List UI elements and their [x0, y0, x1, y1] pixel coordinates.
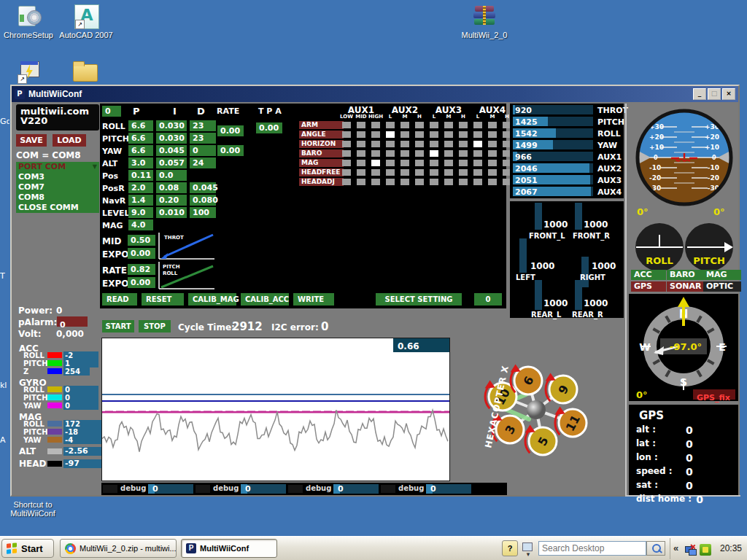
aux-checkbox[interactable]	[459, 131, 468, 138]
aux-checkbox[interactable]	[371, 179, 380, 185]
aux-checkbox[interactable]	[488, 179, 497, 185]
aux-checkbox[interactable]	[473, 179, 482, 185]
aux-checkbox[interactable]	[459, 179, 468, 185]
aux-checkbox[interactable]	[430, 150, 438, 157]
aux-checkbox[interactable]	[357, 141, 365, 147]
aux-checkbox[interactable]	[357, 179, 365, 185]
profile-selector[interactable]: 0	[102, 106, 121, 117]
mid-field[interactable]: 0.50	[128, 235, 155, 246]
aux-checkbox[interactable]	[430, 122, 438, 128]
aux-checkbox[interactable]	[444, 179, 453, 185]
taskbar-task-multiwiiconf[interactable]: P MultiWiiConf	[181, 539, 277, 558]
pid-i-field[interactable]: 0.045	[156, 145, 187, 156]
desktop-shortcut-label[interactable]: Shortcut to MultiWiiConf	[3, 500, 63, 518]
calib-acc-button[interactable]: CALIB_ACC	[241, 293, 289, 306]
aux-checkbox[interactable]	[386, 179, 395, 185]
stop-button[interactable]: STOP	[139, 320, 171, 332]
port-dropdown-item[interactable]: COM3	[16, 172, 99, 182]
aux-checkbox[interactable]	[488, 122, 497, 128]
pid-i-field[interactable]: 0.030	[156, 133, 187, 144]
rate-field[interactable]: 0.82	[128, 264, 155, 275]
aux-checkbox[interactable]	[430, 131, 438, 138]
save-button[interactable]: SAVE	[16, 134, 47, 147]
search-button[interactable]	[646, 541, 665, 556]
expo2-field[interactable]: 0.00	[128, 277, 155, 288]
desktop-icon-multiwii-zip[interactable]: MultiWii_2_0	[456, 3, 513, 48]
pid-d-field[interactable]: 100	[190, 207, 216, 218]
window-titlebar[interactable]: P MultiWiiConf _ □ ×	[12, 86, 738, 102]
pid-p-field[interactable]: 0.11	[128, 170, 153, 181]
aux-checkbox[interactable]	[488, 141, 497, 147]
select-setting-value[interactable]: 0	[474, 293, 502, 306]
aux-checkbox[interactable]	[371, 122, 380, 128]
aux-checkbox[interactable]	[444, 131, 453, 138]
aux-checkbox[interactable]	[444, 150, 453, 157]
aux-checkbox[interactable]	[415, 122, 424, 128]
pid-d-field[interactable]: 0.045	[190, 182, 216, 193]
aux-checkbox[interactable]	[430, 169, 438, 176]
pid-d-field[interactable]: 23	[190, 133, 216, 144]
pid-i-field[interactable]: 0.0	[156, 170, 187, 181]
pid-p-field[interactable]: 1.4	[128, 195, 153, 206]
minimize-button[interactable]: _	[693, 88, 706, 100]
aux-checkbox[interactable]	[342, 141, 351, 147]
pid-d-field[interactable]: 0.080	[190, 195, 216, 206]
aux-checkbox[interactable]	[459, 141, 468, 147]
tray-chevron[interactable]: «	[673, 542, 678, 553]
aux-checkbox[interactable]	[415, 150, 424, 157]
tpa-field[interactable]: 0.00	[256, 122, 282, 133]
antivirus-icon[interactable]	[700, 544, 711, 556]
aux-checkbox[interactable]	[400, 122, 409, 128]
aux-checkbox[interactable]	[488, 160, 497, 166]
aux-checkbox[interactable]	[473, 160, 482, 166]
aux-checkbox[interactable]	[357, 131, 365, 138]
aux-checkbox[interactable]	[473, 169, 482, 176]
aux-checkbox[interactable]	[400, 160, 409, 166]
aux-checkbox[interactable]	[400, 150, 409, 157]
pid-d-field[interactable]: 24	[190, 158, 216, 168]
graph-scale-box[interactable]: 0.66	[393, 338, 449, 352]
aux-checkbox[interactable]	[415, 179, 424, 185]
aux-checkbox[interactable]	[357, 122, 365, 128]
aux-checkbox[interactable]	[386, 160, 395, 166]
calib-mag-button[interactable]: CALIB_MAG	[188, 293, 236, 306]
aux-checkbox[interactable]	[371, 141, 380, 147]
pid-i-field[interactable]: 0.20	[156, 195, 187, 206]
pid-p-field[interactable]: 2.0	[128, 182, 153, 193]
aux-checkbox[interactable]	[342, 179, 351, 185]
pid-d-field[interactable]: 23	[190, 120, 216, 131]
pid-i-field[interactable]: 0.030	[156, 120, 187, 131]
aux-checkbox[interactable]	[430, 141, 438, 147]
aux-checkbox[interactable]	[386, 122, 395, 128]
aux-checkbox[interactable]	[430, 160, 438, 166]
aux-checkbox[interactable]	[386, 131, 395, 138]
desktop-icon-autocad[interactable]: A ↗ AutoCAD 2007	[57, 3, 115, 48]
aux-checkbox[interactable]	[459, 160, 468, 166]
close-button[interactable]: ×	[722, 88, 735, 100]
aux-checkbox[interactable]	[386, 150, 395, 157]
pid-i-field[interactable]: 0.057	[156, 158, 187, 168]
help-button[interactable]: ?	[502, 540, 518, 556]
aux-checkbox[interactable]	[488, 169, 497, 176]
aux-checkbox[interactable]	[371, 131, 380, 138]
expo-field[interactable]: 0.00	[128, 248, 155, 259]
aux-checkbox[interactable]	[473, 122, 482, 128]
select-setting-button[interactable]: SELECT SETTING	[376, 293, 462, 306]
aux-checkbox[interactable]	[342, 131, 351, 138]
aux-checkbox[interactable]	[357, 150, 365, 157]
pid-p-field[interactable]: 6.6	[128, 120, 153, 131]
read-button[interactable]: READ	[102, 293, 137, 306]
desktop-icon-app-shortcut[interactable]: ↗	[18, 60, 41, 83]
port-dropdown-item[interactable]: COM8	[16, 192, 99, 203]
load-button[interactable]: LOAD	[53, 134, 86, 147]
aux-checkbox[interactable]	[357, 160, 365, 166]
aux-checkbox[interactable]	[357, 169, 365, 176]
aux-checkbox[interactable]	[371, 169, 380, 176]
aux-checkbox[interactable]	[400, 179, 409, 185]
aux-checkbox[interactable]	[386, 141, 395, 147]
pid-p-field[interactable]: 3.0	[128, 158, 153, 168]
aux-checkbox[interactable]	[473, 150, 482, 157]
aux-checkbox[interactable]	[430, 179, 438, 185]
aux-checkbox[interactable]	[415, 141, 424, 147]
maximize-button[interactable]: □	[708, 88, 721, 100]
